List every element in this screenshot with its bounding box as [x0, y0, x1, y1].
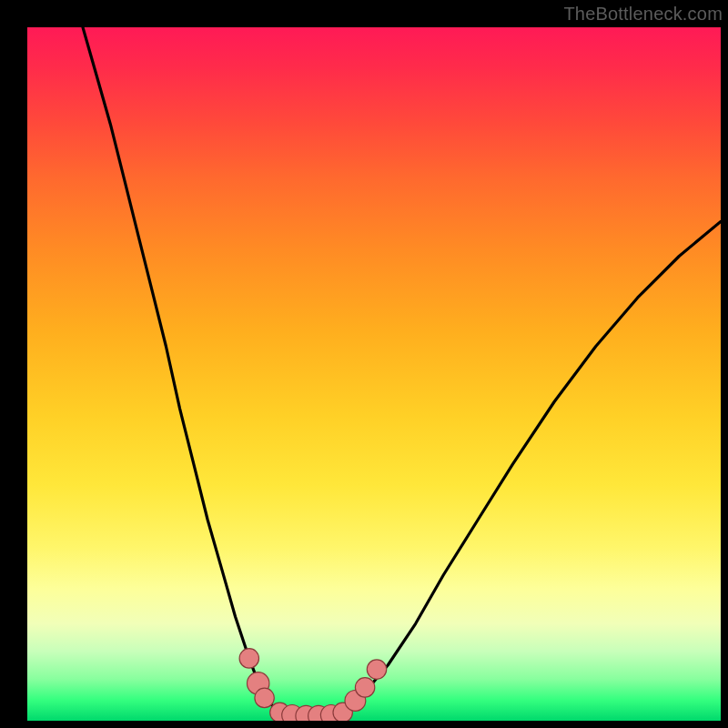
- curve-path: [83, 27, 721, 716]
- valley-marker: [367, 660, 386, 679]
- valley-marker: [239, 649, 258, 668]
- plot-area: [27, 27, 721, 721]
- bottleneck-curve: [27, 27, 721, 721]
- valley-marker: [355, 678, 374, 697]
- watermark-text: TheBottleneck.com: [563, 4, 723, 25]
- chart-frame: TheBottleneck.com: [0, 0, 728, 728]
- valley-marker: [255, 688, 274, 707]
- valley-markers: [239, 649, 387, 721]
